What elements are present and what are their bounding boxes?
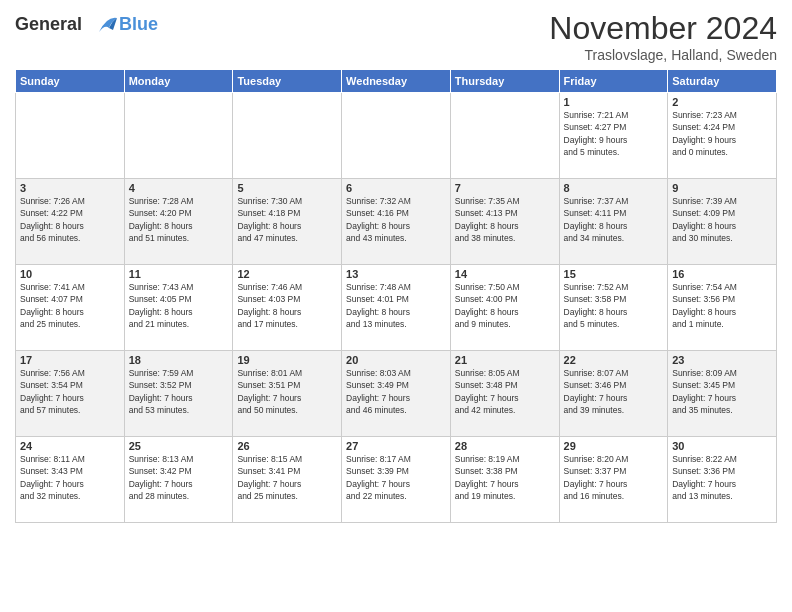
calendar-day-cell: 25Sunrise: 8:13 AMSunset: 3:42 PMDayligh…	[124, 437, 233, 523]
day-number: 8	[564, 182, 664, 194]
calendar-day-cell: 16Sunrise: 7:54 AMSunset: 3:56 PMDayligh…	[668, 265, 777, 351]
calendar-week-row: 17Sunrise: 7:56 AMSunset: 3:54 PMDayligh…	[16, 351, 777, 437]
day-number: 29	[564, 440, 664, 452]
calendar-day-cell: 4Sunrise: 7:28 AMSunset: 4:20 PMDaylight…	[124, 179, 233, 265]
day-number: 10	[20, 268, 120, 280]
day-info: Sunrise: 7:52 AMSunset: 3:58 PMDaylight:…	[564, 281, 664, 330]
day-info: Sunrise: 7:21 AMSunset: 4:27 PMDaylight:…	[564, 109, 664, 158]
day-info: Sunrise: 7:46 AMSunset: 4:03 PMDaylight:…	[237, 281, 337, 330]
calendar-day-cell: 8Sunrise: 7:37 AMSunset: 4:11 PMDaylight…	[559, 179, 668, 265]
calendar-day-cell	[342, 93, 451, 179]
day-number: 15	[564, 268, 664, 280]
day-info: Sunrise: 7:56 AMSunset: 3:54 PMDaylight:…	[20, 367, 120, 416]
calendar-day-cell: 13Sunrise: 7:48 AMSunset: 4:01 PMDayligh…	[342, 265, 451, 351]
calendar-day-cell: 9Sunrise: 7:39 AMSunset: 4:09 PMDaylight…	[668, 179, 777, 265]
weekday-header-row: Sunday Monday Tuesday Wednesday Thursday…	[16, 70, 777, 93]
calendar-day-cell: 12Sunrise: 7:46 AMSunset: 4:03 PMDayligh…	[233, 265, 342, 351]
logo: General Blue	[15, 14, 158, 36]
calendar-day-cell: 23Sunrise: 8:09 AMSunset: 3:45 PMDayligh…	[668, 351, 777, 437]
day-info: Sunrise: 8:11 AMSunset: 3:43 PMDaylight:…	[20, 453, 120, 502]
calendar-day-cell: 21Sunrise: 8:05 AMSunset: 3:48 PMDayligh…	[450, 351, 559, 437]
title-area: November 2024 Traslovslage, Halland, Swe…	[549, 10, 777, 63]
day-number: 6	[346, 182, 446, 194]
day-info: Sunrise: 8:09 AMSunset: 3:45 PMDaylight:…	[672, 367, 772, 416]
day-number: 21	[455, 354, 555, 366]
calendar-day-cell	[124, 93, 233, 179]
day-number: 2	[672, 96, 772, 108]
calendar-day-cell: 7Sunrise: 7:35 AMSunset: 4:13 PMDaylight…	[450, 179, 559, 265]
calendar-day-cell: 1Sunrise: 7:21 AMSunset: 4:27 PMDaylight…	[559, 93, 668, 179]
calendar-week-row: 3Sunrise: 7:26 AMSunset: 4:22 PMDaylight…	[16, 179, 777, 265]
calendar-day-cell: 17Sunrise: 7:56 AMSunset: 3:54 PMDayligh…	[16, 351, 125, 437]
day-info: Sunrise: 7:28 AMSunset: 4:20 PMDaylight:…	[129, 195, 229, 244]
day-number: 30	[672, 440, 772, 452]
calendar-day-cell	[233, 93, 342, 179]
day-number: 7	[455, 182, 555, 194]
day-number: 3	[20, 182, 120, 194]
calendar-day-cell: 11Sunrise: 7:43 AMSunset: 4:05 PMDayligh…	[124, 265, 233, 351]
day-info: Sunrise: 7:23 AMSunset: 4:24 PMDaylight:…	[672, 109, 772, 158]
day-number: 19	[237, 354, 337, 366]
header-monday: Monday	[124, 70, 233, 93]
day-info: Sunrise: 7:30 AMSunset: 4:18 PMDaylight:…	[237, 195, 337, 244]
calendar-day-cell: 27Sunrise: 8:17 AMSunset: 3:39 PMDayligh…	[342, 437, 451, 523]
calendar-day-cell: 29Sunrise: 8:20 AMSunset: 3:37 PMDayligh…	[559, 437, 668, 523]
location-subtitle: Traslovslage, Halland, Sweden	[549, 47, 777, 63]
calendar-week-row: 10Sunrise: 7:41 AMSunset: 4:07 PMDayligh…	[16, 265, 777, 351]
calendar-day-cell: 6Sunrise: 7:32 AMSunset: 4:16 PMDaylight…	[342, 179, 451, 265]
calendar-day-cell: 2Sunrise: 7:23 AMSunset: 4:24 PMDaylight…	[668, 93, 777, 179]
calendar-day-cell: 22Sunrise: 8:07 AMSunset: 3:46 PMDayligh…	[559, 351, 668, 437]
calendar-week-row: 24Sunrise: 8:11 AMSunset: 3:43 PMDayligh…	[16, 437, 777, 523]
day-number: 12	[237, 268, 337, 280]
day-number: 9	[672, 182, 772, 194]
day-info: Sunrise: 7:54 AMSunset: 3:56 PMDaylight:…	[672, 281, 772, 330]
day-info: Sunrise: 7:43 AMSunset: 4:05 PMDaylight:…	[129, 281, 229, 330]
day-number: 24	[20, 440, 120, 452]
day-number: 11	[129, 268, 229, 280]
day-info: Sunrise: 7:37 AMSunset: 4:11 PMDaylight:…	[564, 195, 664, 244]
day-number: 5	[237, 182, 337, 194]
calendar-day-cell: 24Sunrise: 8:11 AMSunset: 3:43 PMDayligh…	[16, 437, 125, 523]
calendar-day-cell: 18Sunrise: 7:59 AMSunset: 3:52 PMDayligh…	[124, 351, 233, 437]
header-wednesday: Wednesday	[342, 70, 451, 93]
logo-text: General	[15, 14, 119, 36]
day-info: Sunrise: 8:01 AMSunset: 3:51 PMDaylight:…	[237, 367, 337, 416]
calendar-day-cell: 20Sunrise: 8:03 AMSunset: 3:49 PMDayligh…	[342, 351, 451, 437]
day-number: 18	[129, 354, 229, 366]
calendar-day-cell: 30Sunrise: 8:22 AMSunset: 3:36 PMDayligh…	[668, 437, 777, 523]
day-info: Sunrise: 8:07 AMSunset: 3:46 PMDaylight:…	[564, 367, 664, 416]
day-info: Sunrise: 7:41 AMSunset: 4:07 PMDaylight:…	[20, 281, 120, 330]
day-info: Sunrise: 7:48 AMSunset: 4:01 PMDaylight:…	[346, 281, 446, 330]
day-number: 28	[455, 440, 555, 452]
day-number: 14	[455, 268, 555, 280]
day-info: Sunrise: 8:13 AMSunset: 3:42 PMDaylight:…	[129, 453, 229, 502]
day-info: Sunrise: 7:39 AMSunset: 4:09 PMDaylight:…	[672, 195, 772, 244]
header-friday: Friday	[559, 70, 668, 93]
calendar-day-cell: 28Sunrise: 8:19 AMSunset: 3:38 PMDayligh…	[450, 437, 559, 523]
calendar-day-cell: 15Sunrise: 7:52 AMSunset: 3:58 PMDayligh…	[559, 265, 668, 351]
calendar-day-cell: 19Sunrise: 8:01 AMSunset: 3:51 PMDayligh…	[233, 351, 342, 437]
calendar-day-cell: 26Sunrise: 8:15 AMSunset: 3:41 PMDayligh…	[233, 437, 342, 523]
header-saturday: Saturday	[668, 70, 777, 93]
day-info: Sunrise: 8:15 AMSunset: 3:41 PMDaylight:…	[237, 453, 337, 502]
calendar-day-cell	[16, 93, 125, 179]
calendar-day-cell	[450, 93, 559, 179]
logo-bird-icon	[89, 14, 119, 36]
day-info: Sunrise: 8:22 AMSunset: 3:36 PMDaylight:…	[672, 453, 772, 502]
day-number: 25	[129, 440, 229, 452]
page: General Blue November 2024 Traslovslage,…	[0, 0, 792, 612]
day-number: 20	[346, 354, 446, 366]
day-info: Sunrise: 7:35 AMSunset: 4:13 PMDaylight:…	[455, 195, 555, 244]
month-title: November 2024	[549, 10, 777, 47]
day-number: 17	[20, 354, 120, 366]
day-info: Sunrise: 7:32 AMSunset: 4:16 PMDaylight:…	[346, 195, 446, 244]
calendar-day-cell: 3Sunrise: 7:26 AMSunset: 4:22 PMDaylight…	[16, 179, 125, 265]
header-thursday: Thursday	[450, 70, 559, 93]
day-info: Sunrise: 8:03 AMSunset: 3:49 PMDaylight:…	[346, 367, 446, 416]
day-info: Sunrise: 8:20 AMSunset: 3:37 PMDaylight:…	[564, 453, 664, 502]
calendar-day-cell: 10Sunrise: 7:41 AMSunset: 4:07 PMDayligh…	[16, 265, 125, 351]
calendar-week-row: 1Sunrise: 7:21 AMSunset: 4:27 PMDaylight…	[16, 93, 777, 179]
calendar-day-cell: 5Sunrise: 7:30 AMSunset: 4:18 PMDaylight…	[233, 179, 342, 265]
header-tuesday: Tuesday	[233, 70, 342, 93]
header-sunday: Sunday	[16, 70, 125, 93]
